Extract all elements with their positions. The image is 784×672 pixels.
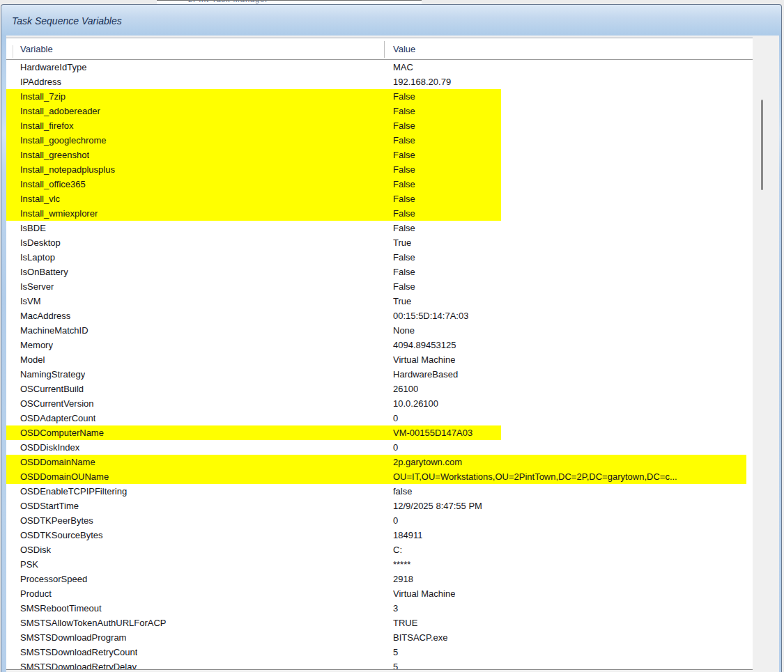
variable-cell: SMSRebootTimeout <box>20 603 102 614</box>
window-title: Task Sequence Variables <box>12 15 122 26</box>
table-row[interactable]: SMSRebootTimeout3 <box>6 601 753 616</box>
table-row[interactable]: OSDEnableTCPIPFilteringfalse <box>6 484 753 499</box>
value-cell: 00:15:5D:14:7A:03 <box>393 311 468 321</box>
value-cell: False <box>393 164 415 175</box>
variable-cell: SMSTSDownloadRetryCount <box>20 647 137 657</box>
value-cell: 0 <box>393 413 398 423</box>
variable-cell: Install_adobereader <box>20 106 100 116</box>
variable-cell: SMSTSDownloadProgram <box>20 632 126 643</box>
table-row[interactable]: ProductVirtual Machine <box>6 586 753 601</box>
value-cell: 26100 <box>393 384 418 394</box>
table-row[interactable]: OSDTKPeerBytes0 <box>6 513 753 528</box>
table-row[interactable]: OSDTKSourceBytes184911 <box>6 528 753 542</box>
variable-cell: IsLaptop <box>20 252 55 263</box>
table-row[interactable]: ProcessorSpeed2918 <box>6 572 753 586</box>
variable-cell: Model <box>20 354 45 365</box>
value-cell: false <box>393 486 412 497</box>
value-cell: False <box>393 91 415 102</box>
value-cell: BITSACP.exe <box>393 632 448 643</box>
table-row[interactable]: OSDComputerNameVM-00155D147A03 <box>6 425 753 440</box>
column-header-value[interactable]: Value <box>393 44 415 54</box>
value-cell: 5 <box>393 662 398 670</box>
table-row[interactable]: Install_firefoxFalse <box>6 118 753 133</box>
variable-cell: OSDTKPeerBytes <box>20 515 93 526</box>
table-row[interactable]: Install_7zipFalse <box>6 89 753 104</box>
variable-cell: Install_greenshot <box>20 150 89 160</box>
listview-header: Variable Value <box>6 38 753 59</box>
variable-cell: NamingStrategy <box>20 369 85 380</box>
value-cell: OU=IT,OU=Workstations,OU=2PintTown,DC=2P… <box>393 471 677 482</box>
table-row[interactable]: Install_notepadplusplusFalse <box>6 162 753 177</box>
table-row[interactable]: IsServerFalse <box>6 279 753 294</box>
variable-cell: Install_googlechrome <box>20 135 107 146</box>
variable-cell: OSCurrentBuild <box>20 384 84 394</box>
variable-cell: IsOnBattery <box>20 267 68 277</box>
table-row[interactable]: Install_vlcFalse <box>6 192 753 206</box>
value-cell: None <box>393 325 415 336</box>
value-cell: False <box>393 106 415 116</box>
value-cell: False <box>393 179 415 189</box>
variable-cell: Install_7zip <box>20 91 66 102</box>
table-row[interactable]: OSCurrentVersion10.0.26100 <box>6 396 753 411</box>
variable-cell: Install_office365 <box>20 179 86 189</box>
table-row[interactable]: Install_adobereaderFalse <box>6 104 753 118</box>
table-row[interactable]: NamingStrategyHardwareBased <box>6 367 753 382</box>
row-highlight <box>6 89 501 104</box>
table-row[interactable]: MacAddress00:15:5D:14:7A:03 <box>6 308 753 323</box>
value-cell: 10.0.26100 <box>393 398 438 409</box>
value-cell: False <box>393 194 415 204</box>
table-row[interactable]: HardwareIdTypeMAC <box>6 60 753 75</box>
value-cell: ***** <box>393 559 410 570</box>
table-row[interactable]: OSDAdapterCount0 <box>6 411 753 425</box>
variables-listview[interactable]: Variable Value HardwareIdTypeMACIPAddres… <box>6 38 753 670</box>
variable-cell: Install_vlc <box>20 194 60 204</box>
table-row[interactable]: ModelVirtual Machine <box>6 352 753 367</box>
table-row[interactable]: MachineMatchIDNone <box>6 323 753 338</box>
variable-cell: SMSTSAllowTokenAuthURLForACP <box>20 618 167 628</box>
table-row[interactable]: OSCurrentBuild26100 <box>6 382 753 396</box>
column-separator[interactable] <box>384 41 385 58</box>
table-row[interactable]: SMSTSDownloadProgramBITSACP.exe <box>6 630 753 645</box>
table-row[interactable]: SMSTSDownloadRetryCount5 <box>6 645 753 659</box>
table-row[interactable]: IsOnBatteryFalse <box>6 265 753 279</box>
table-row[interactable]: Install_greenshotFalse <box>6 148 753 162</box>
vertical-scrollbar-thumb[interactable] <box>761 100 763 190</box>
table-row[interactable]: OSDDiskIndex0 <box>6 440 753 455</box>
value-cell: False <box>393 281 415 292</box>
table-row[interactable]: IsVMTrue <box>6 294 753 308</box>
variable-cell: OSDAdapterCount <box>20 413 95 423</box>
variable-cell: OSDDiskIndex <box>20 442 79 453</box>
value-cell: False <box>393 135 415 146</box>
table-row[interactable]: OSDiskC: <box>6 542 753 557</box>
table-row[interactable]: Memory4094.89453125 <box>6 338 753 352</box>
table-row[interactable]: OSDStartTime12/9/2025 8:47:55 PM <box>6 499 753 513</box>
table-row[interactable]: OSDDomainName2p.garytown.com <box>6 455 753 469</box>
variable-cell: Product <box>20 588 52 599</box>
table-row[interactable]: IPAddress192.168.20.79 <box>6 75 753 89</box>
table-row[interactable]: SMSTSAllowTokenAuthURLForACPTRUE <box>6 616 753 630</box>
table-row[interactable]: SMSTSDownloadRetryDelay5 <box>6 659 753 670</box>
table-row[interactable]: IsDesktopTrue <box>6 235 753 250</box>
table-row[interactable]: IsBDEFalse <box>6 221 753 235</box>
background-window-title-fragment: 2Pint Task Manager <box>188 0 268 3</box>
variable-cell: PSK <box>20 559 38 570</box>
table-row[interactable]: PSK***** <box>6 557 753 572</box>
row-highlight <box>6 118 501 133</box>
variable-cell: MacAddress <box>20 311 70 321</box>
window-titlebar[interactable]: Task Sequence Variables <box>1 5 781 36</box>
variable-cell: OSDEnableTCPIPFiltering <box>20 486 127 497</box>
column-header-variable[interactable]: Variable <box>20 44 53 54</box>
variable-cell: Install_notepadplusplus <box>20 164 115 175</box>
table-row[interactable]: Install_wmiexplorerFalse <box>6 206 753 221</box>
value-cell: 0 <box>393 442 398 453</box>
table-row[interactable]: IsLaptopFalse <box>6 250 753 265</box>
table-row[interactable]: OSDDomainOUNameOU=IT,OU=Workstations,OU=… <box>6 469 753 484</box>
value-cell: 4094.89453125 <box>393 340 456 350</box>
variable-cell: IsBDE <box>20 223 46 233</box>
variable-cell: OSDComputerName <box>20 428 104 438</box>
table-row[interactable]: Install_office365False <box>6 177 753 192</box>
value-cell: True <box>393 237 411 248</box>
variable-cell: OSDDomainName <box>20 457 95 467</box>
row-highlight <box>6 455 746 469</box>
table-row[interactable]: Install_googlechromeFalse <box>6 133 753 148</box>
